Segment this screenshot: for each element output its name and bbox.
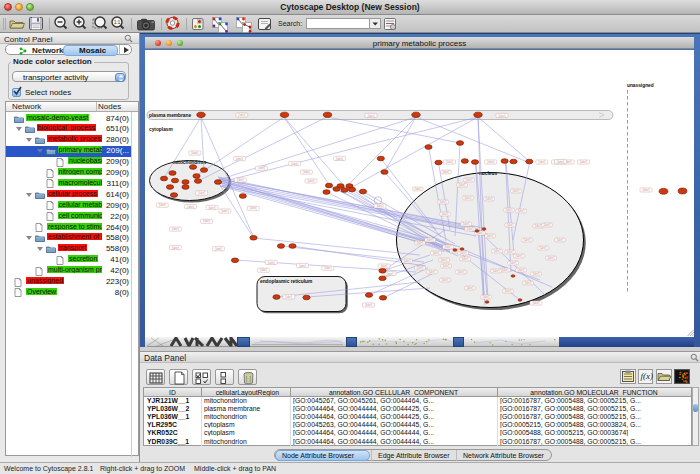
svg-text:(label): (label) xyxy=(444,245,451,249)
svg-text:(label): (label) xyxy=(203,219,210,223)
svg-text:(label): (label) xyxy=(492,269,499,273)
svg-text:(label): (label) xyxy=(299,264,306,268)
svg-text:(label): (label) xyxy=(580,160,587,164)
svg-text:(label): (label) xyxy=(557,160,564,164)
svg-text:(label): (label) xyxy=(250,206,257,210)
svg-text:(label): (label) xyxy=(208,206,215,210)
svg-text:(label): (label) xyxy=(268,261,275,265)
svg-text:(label): (label) xyxy=(442,170,449,174)
svg-text:(label): (label) xyxy=(538,160,545,164)
svg-text:(label): (label) xyxy=(380,264,387,268)
svg-text:(label): (label) xyxy=(172,246,179,250)
svg-text:(label): (label) xyxy=(191,151,198,155)
svg-text:(label): (label) xyxy=(159,203,166,207)
svg-text:(label): (label) xyxy=(506,250,513,254)
svg-text:(label): (label) xyxy=(642,188,649,192)
svg-text:(label): (label) xyxy=(236,157,243,161)
svg-text:nucleus: nucleus xyxy=(479,171,497,176)
svg-text:(label): (label) xyxy=(459,251,466,255)
svg-text:(label): (label) xyxy=(556,238,563,242)
svg-text:(label): (label) xyxy=(498,114,505,118)
svg-text:mitochondrion: mitochondrion xyxy=(173,160,207,165)
svg-text:(label): (label) xyxy=(482,295,489,299)
svg-text:(label): (label) xyxy=(441,278,448,282)
svg-text:(label): (label) xyxy=(365,303,372,307)
svg-text:(label): (label) xyxy=(198,191,205,195)
svg-text:(label): (label) xyxy=(512,189,519,193)
svg-text:(label): (label) xyxy=(466,286,473,290)
svg-text:(label): (label) xyxy=(428,270,435,274)
svg-text:(label): (label) xyxy=(237,178,244,182)
svg-text:(label): (label) xyxy=(543,223,550,227)
svg-text:(label): (label) xyxy=(416,266,423,270)
svg-text:(label): (label) xyxy=(515,254,522,258)
svg-text:(label): (label) xyxy=(439,200,446,204)
svg-text:(label): (label) xyxy=(442,264,449,268)
svg-text:(label): (label) xyxy=(238,113,245,117)
svg-text:(label): (label) xyxy=(414,187,421,191)
svg-text:(label): (label) xyxy=(466,227,473,231)
svg-text:1:1: 1:1 xyxy=(114,20,121,25)
svg-text:(label): (label) xyxy=(506,223,513,227)
svg-text:cytoplasm: cytoplasm xyxy=(149,127,173,132)
svg-text:(label): (label) xyxy=(487,160,494,164)
svg-text:(label): (label) xyxy=(539,246,546,250)
svg-text:(label): (label) xyxy=(523,238,530,242)
svg-text:(label): (label) xyxy=(517,209,524,213)
svg-text:(label): (label) xyxy=(403,259,410,263)
svg-text:(label): (label) xyxy=(457,270,464,274)
svg-text:(label): (label) xyxy=(532,272,539,276)
svg-text:(label): (label) xyxy=(172,227,179,231)
svg-text:(label): (label) xyxy=(426,238,433,242)
svg-text:(label): (label) xyxy=(462,222,469,226)
svg-text:(label): (label) xyxy=(505,208,512,212)
svg-text:(label): (label) xyxy=(485,197,492,201)
svg-text:(label): (label) xyxy=(532,301,539,305)
svg-text:(label): (label) xyxy=(303,170,310,174)
svg-text:(label): (label) xyxy=(517,268,524,272)
svg-text:(label): (label) xyxy=(336,157,343,161)
svg-text:(label): (label) xyxy=(291,162,298,166)
svg-text:plasma membrane: plasma membrane xyxy=(149,113,191,118)
svg-text:(label): (label) xyxy=(524,281,531,285)
svg-text:(label): (label) xyxy=(461,257,468,261)
svg-text:endoplasmic reticulum: endoplasmic reticulum xyxy=(260,279,312,284)
svg-text:(label): (label) xyxy=(221,209,228,213)
svg-text:(label): (label) xyxy=(441,212,448,216)
svg-text:(label): (label) xyxy=(464,196,471,200)
svg-text:(label): (label) xyxy=(307,179,314,183)
svg-text:(label): (label) xyxy=(440,258,447,262)
svg-text:(label): (label) xyxy=(285,295,292,299)
svg-text:Search:: Search: xyxy=(278,20,302,27)
svg-text:(label): (label) xyxy=(416,241,423,245)
svg-text:(label): (label) xyxy=(465,178,472,182)
svg-text:(label): (label) xyxy=(367,114,374,118)
svg-text:(label): (label) xyxy=(386,272,393,276)
svg-text:(label): (label) xyxy=(501,268,508,272)
svg-text:(label): (label) xyxy=(547,256,554,260)
svg-text:(label): (label) xyxy=(486,234,493,238)
svg-text:(label): (label) xyxy=(260,268,267,272)
svg-text:(label): (label) xyxy=(458,183,465,187)
svg-text:(label): (label) xyxy=(509,261,516,265)
svg-text:(label): (label) xyxy=(258,166,265,170)
svg-text:(label): (label) xyxy=(376,204,383,208)
svg-text:(label): (label) xyxy=(187,205,194,209)
svg-text:(label): (label) xyxy=(324,266,331,270)
svg-text:(label): (label) xyxy=(215,247,222,251)
svg-text:(label): (label) xyxy=(534,224,541,228)
svg-text:(label): (label) xyxy=(504,289,511,293)
svg-text:(label): (label) xyxy=(446,160,453,164)
svg-text:unassigned: unassigned xyxy=(627,83,654,88)
svg-text:(label): (label) xyxy=(432,251,439,255)
svg-text:(label): (label) xyxy=(493,249,500,253)
